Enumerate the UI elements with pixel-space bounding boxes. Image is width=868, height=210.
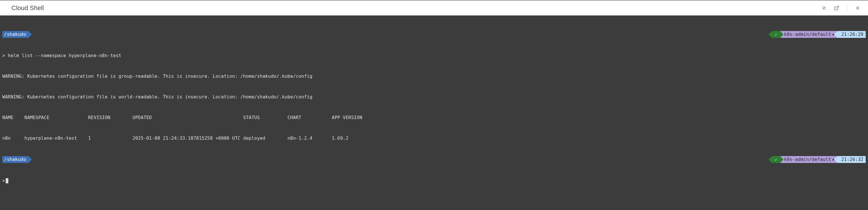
- prompt-right-2: ✓ k9s-admin/default✱ 21:26:32: [772, 156, 866, 163]
- prompt-left-2: /shakudo: [2, 156, 28, 163]
- warning-line-2: WARNING: Kubernetes configuration file i…: [2, 94, 866, 100]
- prompt-left-1: /shakudo: [2, 31, 28, 38]
- open-new-icon[interactable]: [833, 5, 840, 11]
- check-icon: ✓: [775, 32, 777, 38]
- minimize-icon[interactable]: [820, 5, 828, 11]
- terminal-cursor: [6, 178, 8, 183]
- prompt-line-2: /shakudo ✓ k9s-admin/default✱ 21:26:32: [2, 156, 866, 163]
- check-icon: ✓: [775, 156, 777, 163]
- cloud-shell-header: Cloud Shell: [0, 0, 868, 15]
- prompt-context-segment: k9s-admin/default✱: [780, 156, 837, 163]
- prompt-context-segment: k9s-admin/default✱: [780, 31, 837, 38]
- prompt-status-segment: ✓: [772, 31, 780, 38]
- header-actions: [820, 4, 861, 12]
- warning-line-1: WARNING: Kubernetes configuration file i…: [2, 73, 866, 80]
- header-title: Cloud Shell: [11, 4, 44, 12]
- prompt-time-segment: 21:26:29: [837, 31, 866, 38]
- prompt-caret: >: [2, 177, 5, 184]
- command-line-1: > helm list --namespace hyperplane-n8n-t…: [2, 52, 866, 59]
- table-header: NAME NAMESPACE REVISION UPDATED STATUS C…: [2, 114, 866, 121]
- prompt-time-segment: 21:26:32: [837, 156, 866, 163]
- prompt-status-segment: ✓: [772, 156, 780, 163]
- terminal-area[interactable]: /shakudo ✓ k9s-admin/default✱ 21:26:29 >…: [0, 15, 868, 210]
- prompt-line-1: /shakudo ✓ k9s-admin/default✱ 21:26:29: [2, 31, 866, 38]
- table-row: n8n hyperplane-n8n-test 1 2025-01-08 21:…: [2, 135, 866, 142]
- prompt-right-1: ✓ k9s-admin/default✱ 21:26:29: [772, 31, 866, 38]
- close-icon[interactable]: [854, 5, 861, 11]
- context-label: k9s-admin/default: [784, 156, 831, 163]
- command-line-2: >: [2, 177, 866, 184]
- prompt-path-segment: /shakudo: [2, 31, 28, 38]
- prompt-path-segment: /shakudo: [2, 156, 28, 163]
- svg-line-0: [836, 6, 839, 8]
- context-label: k9s-admin/default: [784, 31, 831, 38]
- header-divider: [847, 4, 847, 12]
